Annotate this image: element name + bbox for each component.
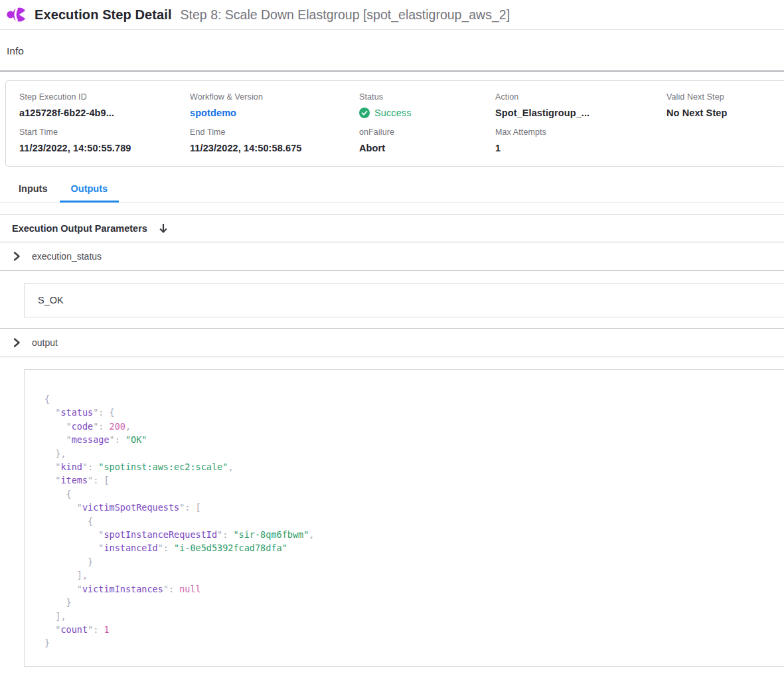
field-label: Valid Next Step <box>666 92 784 102</box>
execution-output-parameters-header: Execution Output Parameters <box>0 214 784 242</box>
param-row-execution-status[interactable]: execution_status <box>0 242 784 271</box>
success-icon <box>359 108 370 118</box>
field-value: No Next Step <box>666 108 784 118</box>
field-value: Abort <box>359 143 495 153</box>
param-name: output <box>32 337 58 348</box>
field-action: Action Spot_Elastigroup_... <box>495 92 666 118</box>
workflow-link[interactable]: spotdemo <box>190 108 359 118</box>
field-label: Max Attempts <box>495 127 666 137</box>
output-json-box: { "status": { "code": 200, "message": "O… <box>24 369 784 667</box>
info-card: Step Execution ID a125728f-6b22-4b9... W… <box>5 80 784 167</box>
info-section-heading: Info <box>0 30 784 58</box>
chevron-right-icon <box>11 250 23 262</box>
param-name: execution_status <box>32 251 102 262</box>
field-label: Step Execution ID <box>19 92 190 102</box>
field-valid-next-step: Valid Next Step No Next Step <box>666 92 784 118</box>
page-title: Execution Step Detail <box>35 7 172 23</box>
status-text: Success <box>374 108 412 118</box>
field-value: 1 <box>495 143 666 153</box>
field-step-execution-id: Step Execution ID a125728f-6b22-4b9... <box>19 92 190 118</box>
page-header: Execution Step Detail Step 8: Scale Down… <box>0 0 784 30</box>
chevron-right-icon <box>11 337 23 349</box>
detail-tabs: Inputs Outputs <box>0 177 784 203</box>
field-workflow-version: Workflow & Version spotdemo <box>190 92 359 118</box>
execution-status-value-box: S_OK <box>24 283 784 317</box>
arrow-down-icon[interactable] <box>158 222 169 234</box>
param-value: S_OK <box>38 295 64 305</box>
json-code: { "status": { "code": 200, "message": "O… <box>44 392 784 650</box>
tab-outputs[interactable]: Outputs <box>60 177 119 202</box>
field-end-time: End Time 11/23/2022, 14:50:58.675 <box>190 127 359 153</box>
status-badge: Success <box>359 108 495 118</box>
info-divider <box>0 70 784 72</box>
field-empty <box>666 127 784 153</box>
spot-logo-icon <box>7 5 27 24</box>
page-subtitle: Step 8: Scale Down Elastgroup [spot_elas… <box>181 7 510 23</box>
field-label: onFailure <box>359 127 495 137</box>
field-value: a125728f-6b22-4b9... <box>19 108 190 118</box>
field-label: Status <box>359 92 495 102</box>
field-max-attempts: Max Attempts 1 <box>495 127 666 153</box>
field-label: Workflow & Version <box>190 92 359 102</box>
field-value: Spot_Elastigroup_... <box>495 108 666 118</box>
section-title: Execution Output Parameters <box>12 223 147 234</box>
field-label: Start Time <box>19 127 190 137</box>
param-row-output[interactable]: output <box>0 328 784 357</box>
field-value: 11/23/2022, 14:50:58.675 <box>190 143 359 153</box>
field-label: Action <box>495 92 666 102</box>
field-status: Status Success <box>359 92 495 118</box>
field-value: 11/23/2022, 14:50:55.789 <box>19 143 190 153</box>
field-onfailure: onFailure Abort <box>359 127 495 153</box>
tab-inputs[interactable]: Inputs <box>19 177 48 202</box>
field-label: End Time <box>190 127 359 137</box>
field-start-time: Start Time 11/23/2022, 14:50:55.789 <box>19 127 190 153</box>
